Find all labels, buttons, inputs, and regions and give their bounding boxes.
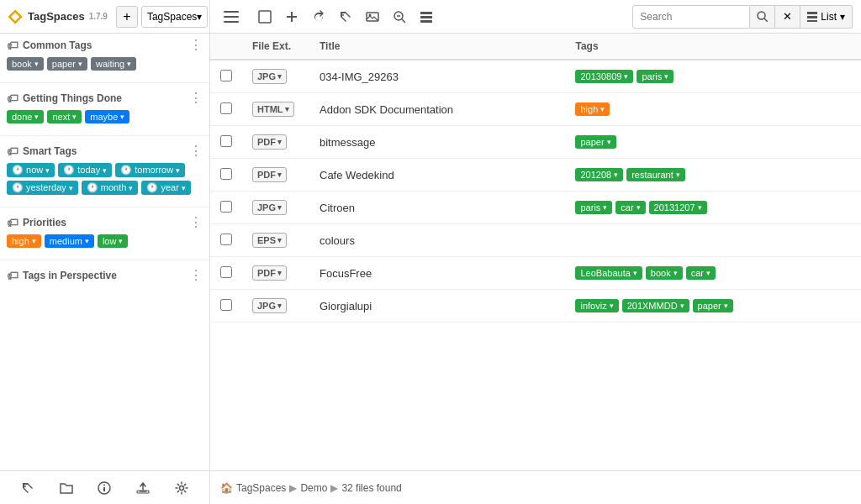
- svg-rect-19: [807, 16, 817, 18]
- svg-point-25: [180, 486, 184, 490]
- tag-cell-3: 201208 ▾restaurant ▾: [575, 168, 851, 181]
- info-bottom-button[interactable]: [92, 476, 116, 500]
- search-button[interactable]: [750, 5, 775, 29]
- tag-yesterday[interactable]: 🕐 yesterday ▾: [7, 181, 78, 195]
- file-tag-3-0[interactable]: 201208 ▾: [575, 168, 623, 181]
- breadcrumb-demo: Demo: [300, 482, 327, 494]
- tags-bottom-button[interactable]: [16, 476, 40, 500]
- search-input[interactable]: [632, 5, 750, 29]
- tag-button[interactable]: [333, 4, 358, 29]
- sidebar-common-tags-more[interactable]: ⋮: [189, 39, 203, 52]
- search-area: ✕ List ▾: [632, 5, 853, 29]
- svg-point-16: [758, 12, 765, 19]
- row-checkbox-4[interactable]: [220, 201, 232, 213]
- hamburger-button[interactable]: [219, 4, 244, 29]
- file-tag-4-1[interactable]: car ▾: [615, 201, 645, 214]
- file-type-badge-3[interactable]: PDF▾: [252, 167, 287, 182]
- folder-name-button[interactable]: TagSpaces ▾: [141, 6, 208, 28]
- topbar-right: ✕ List ▾: [210, 4, 861, 29]
- file-tag-6-2[interactable]: car ▾: [686, 266, 716, 280]
- layout-button[interactable]: [414, 4, 439, 29]
- tag-book[interactable]: book ▾: [7, 57, 44, 71]
- topbar-left: TagSpaces1.7.9 + TagSpaces ▾: [0, 0, 210, 33]
- svg-rect-5: [259, 11, 271, 23]
- file-tag-4-2[interactable]: 20131207 ▾: [649, 201, 707, 214]
- sidebar-section-title-gtd: 🏷 Getting Things Done: [7, 92, 122, 105]
- file-tag-4-0[interactable]: paris ▾: [575, 201, 612, 214]
- tag-medium[interactable]: medium ▾: [45, 234, 94, 248]
- folder-bottom-button[interactable]: [55, 476, 78, 500]
- view-label: List: [821, 11, 837, 23]
- row-checkbox-6[interactable]: [220, 266, 232, 278]
- file-type-badge-5[interactable]: EPS▾: [252, 233, 287, 248]
- tag-today[interactable]: 🕐 today ▾: [58, 163, 112, 177]
- file-tag-6-0[interactable]: LeoBabauta ▾: [575, 266, 642, 280]
- row-checkbox-7[interactable]: [220, 299, 232, 311]
- file-tag-6-1[interactable]: book ▾: [646, 266, 683, 280]
- sidebar-smart-tags-more[interactable]: ⋮: [189, 144, 203, 158]
- tag-icon-smart: 🏷: [7, 144, 18, 158]
- zoom-button[interactable]: [387, 4, 412, 29]
- export-bottom-button[interactable]: [131, 476, 155, 500]
- tag-paper[interactable]: paper ▾: [47, 57, 87, 71]
- sidebar-section-header-gtd: 🏷 Getting Things Done ⋮: [7, 92, 203, 105]
- refresh-button[interactable]: [306, 4, 331, 29]
- tag-now[interactable]: 🕐 now ▾: [7, 163, 55, 177]
- tag-next[interactable]: next ▾: [47, 110, 82, 123]
- add-file-button[interactable]: [279, 4, 304, 29]
- svg-point-23: [103, 484, 105, 486]
- table-row: JPG▾Giorgialupiinfoviz ▾201XMMDD ▾paper …: [210, 290, 861, 323]
- sidebar-perspective-more[interactable]: ⋮: [189, 269, 203, 282]
- search-clear-button[interactable]: ✕: [775, 5, 800, 29]
- file-tag-0-0[interactable]: 20130809 ▾: [575, 70, 633, 83]
- row-checkbox-1[interactable]: [220, 102, 232, 114]
- row-checkbox-0[interactable]: [220, 70, 232, 81]
- sidebar-section-title-perspective: 🏷 Tags in Perspective: [7, 269, 117, 282]
- sidebar-section-header-perspective: 🏷 Tags in Perspective ⋮: [7, 269, 203, 282]
- tag-cell-0: 20130809 ▾paris ▾: [575, 70, 851, 83]
- tag-maybe[interactable]: maybe ▾: [85, 110, 129, 123]
- file-tag-7-2[interactable]: paper ▾: [693, 299, 733, 312]
- app-version: 1.7.9: [89, 12, 108, 21]
- row-checkbox-2[interactable]: [220, 135, 232, 147]
- folder-name-arrow: ▾: [197, 11, 202, 23]
- file-type-badge-4[interactable]: JPG▾: [252, 200, 287, 215]
- file-tag-2-0[interactable]: paper ▾: [575, 135, 615, 149]
- tag-done[interactable]: done ▾: [7, 110, 44, 123]
- file-title-5: colours: [309, 224, 565, 257]
- table-header-row: File Ext. Title Tags: [210, 34, 861, 60]
- file-title-6: FocusFree: [309, 257, 565, 290]
- file-tag-7-1[interactable]: 201XMMDD ▾: [622, 299, 689, 312]
- tag-high[interactable]: high ▾: [7, 234, 41, 248]
- file-tag-0-1[interactable]: paris ▾: [637, 70, 673, 83]
- row-checkbox-5[interactable]: [220, 234, 232, 245]
- settings-bottom-button[interactable]: [170, 476, 193, 500]
- tag-year[interactable]: 🕐 year ▾: [141, 181, 190, 195]
- folder-name-label: TagSpaces: [147, 11, 197, 23]
- file-tag-3-1[interactable]: restaurant ▾: [626, 168, 685, 181]
- tag-cell-6: LeoBabauta ▾book ▾car ▾: [575, 266, 851, 280]
- sidebar-priorities-more[interactable]: ⋮: [189, 216, 203, 229]
- tag-low[interactable]: low ▾: [98, 234, 129, 248]
- view-toggle-button[interactable]: List ▾: [800, 5, 853, 29]
- tag-month[interactable]: 🕐 month ▾: [82, 181, 139, 195]
- file-type-badge-2[interactable]: PDF▾: [252, 134, 287, 150]
- sidebar-gtd-more[interactable]: ⋮: [189, 92, 203, 105]
- content: File Ext. Title Tags JPG▾034-IMG_2926320…: [210, 34, 861, 470]
- file-type-badge-1[interactable]: HTML▾: [252, 102, 294, 117]
- tag-waiting[interactable]: waiting ▾: [91, 57, 136, 71]
- row-checkbox-3[interactable]: [220, 168, 232, 180]
- image-button[interactable]: [360, 4, 385, 29]
- file-type-badge-0[interactable]: JPG▾: [252, 69, 287, 84]
- file-tag-7-0[interactable]: infoviz ▾: [575, 299, 618, 312]
- svg-line-17: [764, 18, 768, 22]
- file-tag-1-0[interactable]: high ▾: [575, 102, 610, 116]
- smart-tags-row-2: 🕐 yesterday ▾ 🕐 month ▾ 🕐 year ▾: [7, 181, 203, 195]
- select-all-button[interactable]: [252, 4, 277, 29]
- file-type-badge-7[interactable]: JPG▾: [252, 298, 287, 313]
- tag-tomorrow[interactable]: 🕐 tomorrow ▾: [115, 163, 185, 177]
- topbar: TagSpaces1.7.9 + TagSpaces ▾: [0, 0, 861, 34]
- file-type-badge-6[interactable]: PDF▾: [252, 265, 287, 281]
- add-folder-button[interactable]: +: [116, 6, 138, 28]
- sidebar-section-gtd: 🏷 Getting Things Done ⋮ done ▾ next ▾ ma…: [0, 87, 209, 132]
